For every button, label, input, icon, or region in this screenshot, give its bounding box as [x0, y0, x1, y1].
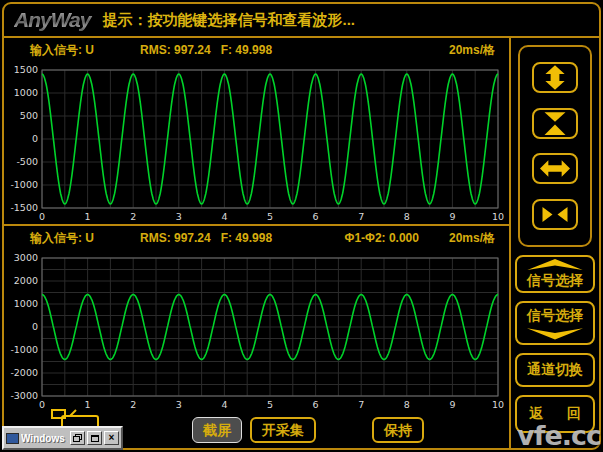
maximize-button[interactable] [87, 431, 102, 445]
svg-text:8: 8 [404, 399, 410, 410]
hold-button[interactable]: 保持 [372, 417, 424, 443]
svg-text:0: 0 [39, 399, 45, 410]
waveform-panel-bottom: 输入信号: U RMS: 997.24 F: 49.998 Φ1-Φ2: 0.0… [4, 224, 509, 412]
window-title: Windows ... [21, 433, 68, 444]
expand-vertical-button[interactable] [532, 62, 578, 93]
vfe-watermark: vfe.cc [517, 420, 601, 451]
body: 输入信号: U RMS: 997.24 F: 49.998 20ms/格 -15… [4, 38, 599, 448]
svg-text:7: 7 [358, 399, 364, 410]
svg-text:1500: 1500 [14, 64, 38, 75]
arrow-down-icon [527, 326, 583, 340]
oscilloscope-screen: AnyWay 提示：按功能键选择信号和查看波形... 输入信号: U RMS: … [0, 0, 603, 452]
restore-icon [73, 434, 82, 442]
compress-horizontal-button[interactable] [532, 199, 578, 230]
svg-text:0: 0 [32, 133, 38, 144]
compress-vertical-icon [541, 111, 569, 136]
svg-text:-500: -500 [16, 156, 38, 167]
signal-select-down-button[interactable]: 信号选择 [515, 301, 595, 345]
waveform-plot-bottom: -3000-2000-10000100020003000012345678910 [6, 250, 506, 412]
svg-text:2000: 2000 [14, 275, 38, 286]
zoom-button-group [518, 45, 592, 247]
signal-select-up-button[interactable]: 信号选择 [515, 255, 595, 293]
svg-text:5: 5 [267, 211, 273, 222]
svg-text:9: 9 [449, 211, 455, 222]
svg-text:5: 5 [267, 399, 273, 410]
arrow-up-icon [527, 259, 583, 271]
svg-text:500: 500 [20, 110, 38, 121]
svg-text:-1500: -1500 [10, 202, 38, 213]
svg-text:2: 2 [130, 211, 136, 222]
svg-text:10: 10 [492, 399, 504, 410]
rms-value: RMS: 997.24 [140, 43, 211, 57]
svg-text:8: 8 [404, 211, 410, 222]
svg-text:0: 0 [32, 321, 38, 332]
signal-label: 输入信号: U [30, 42, 94, 59]
svg-text:1000: 1000 [14, 298, 38, 309]
main-area: 输入信号: U RMS: 997.24 F: 49.998 20ms/格 -15… [4, 38, 511, 448]
outer-frame: AnyWay 提示：按功能键选择信号和查看波形... 输入信号: U RMS: … [2, 2, 601, 450]
timebase-label: 20ms/格 [449, 230, 495, 247]
sidebar: 信号选择 信号选择 通道切换 返 回 [511, 38, 599, 448]
svg-text:1: 1 [85, 211, 91, 222]
close-button[interactable]: × [104, 431, 119, 445]
maximize-icon [91, 435, 99, 442]
svg-text:1000: 1000 [14, 87, 38, 98]
svg-text:10: 10 [492, 211, 504, 222]
restore-button[interactable] [70, 431, 85, 445]
header: AnyWay 提示：按功能键选择信号和查看波形... [4, 4, 599, 38]
panel-bottom-header: 输入信号: U RMS: 997.24 F: 49.998 Φ1-Φ2: 0.0… [4, 226, 509, 250]
compress-vertical-button[interactable] [532, 108, 578, 139]
start-capture-button[interactable]: 开采集 [250, 417, 316, 443]
signal-select-down-label: 信号选择 [527, 307, 583, 325]
frequency-value: F: 49.998 [221, 231, 272, 245]
signal-select-up-label: 信号选择 [527, 272, 583, 290]
svg-text:9: 9 [449, 399, 455, 410]
phase-value: Φ1-Φ2: 0.000 [345, 231, 419, 245]
channel-switch-label: 通道切换 [527, 361, 583, 379]
svg-text:3000: 3000 [14, 252, 38, 263]
windows-titlebar[interactable]: Windows ... × [2, 426, 123, 450]
waveform-panel-top: 输入信号: U RMS: 997.24 F: 49.998 20ms/格 -15… [4, 38, 509, 224]
svg-text:-2000: -2000 [10, 367, 38, 378]
svg-text:-3000: -3000 [10, 390, 38, 401]
signal-label: 输入信号: U [30, 230, 94, 247]
svg-text:-1000: -1000 [10, 344, 38, 355]
svg-text:6: 6 [313, 399, 319, 410]
svg-text:3: 3 [176, 399, 182, 410]
svg-text:4: 4 [221, 211, 227, 222]
svg-text:3: 3 [176, 211, 182, 222]
svg-text:4: 4 [221, 399, 227, 410]
timebase-label: 20ms/格 [449, 42, 495, 59]
channel-switch-button[interactable]: 通道切换 [515, 353, 595, 387]
anyway-logo: AnyWay [14, 8, 94, 32]
tip-text: 提示：按功能键选择信号和查看波形... [102, 11, 355, 30]
compress-horizontal-icon [540, 204, 570, 225]
svg-text:6: 6 [313, 211, 319, 222]
expand-horizontal-icon [540, 158, 570, 179]
expand-vertical-icon [541, 65, 569, 90]
rms-value: RMS: 997.24 [140, 231, 211, 245]
svg-text:2: 2 [130, 399, 136, 410]
screenshot-button[interactable]: 截屏 [192, 417, 242, 443]
waveform-plot-top: -1500-1000-500050010001500012345678910 [6, 62, 506, 224]
svg-text:-1000: -1000 [10, 179, 38, 190]
panel-top-header: 输入信号: U RMS: 997.24 F: 49.998 20ms/格 [4, 38, 509, 62]
svg-text:7: 7 [358, 211, 364, 222]
frequency-value: F: 49.998 [221, 43, 272, 57]
computer-icon [6, 433, 19, 444]
svg-text:0: 0 [39, 211, 45, 222]
expand-horizontal-button[interactable] [532, 153, 578, 184]
